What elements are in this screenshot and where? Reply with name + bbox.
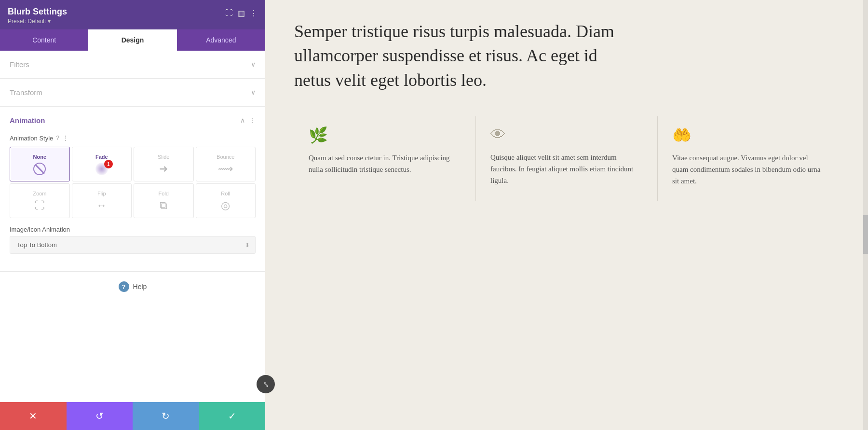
anim-slide-icon: ➜ <box>159 163 168 175</box>
animation-title: Animation <box>10 116 45 125</box>
tab-design[interactable]: Design <box>88 29 176 51</box>
redo-button[interactable]: ↻ <box>133 402 199 430</box>
anim-roll-label: Roll <box>221 191 230 196</box>
anim-flip-icon: ↔ <box>96 199 107 212</box>
panel-title-group: Blurb Settings Preset: Default ▾ <box>8 7 67 25</box>
floating-action-button[interactable]: ⤡ <box>257 375 275 393</box>
anim-zoom-label: Zoom <box>33 191 46 196</box>
anim-zoom-icon: ⛶ <box>34 199 45 212</box>
card-3: 🤲 Vitae consequat augue. Vivamus eget do… <box>658 116 839 201</box>
animation-content: Animation Style ? ⋮ None Fade <box>10 134 256 271</box>
filters-chevron: ∨ <box>251 60 256 69</box>
filters-title: Filters <box>10 60 29 69</box>
icon-animation-select[interactable]: None Top To Bottom Bottom To Top Left To… <box>10 236 256 254</box>
filters-header[interactable]: Filters ∨ <box>10 51 256 78</box>
anim-fade-badge: 1 <box>104 160 113 168</box>
anim-style-zoom[interactable]: Zoom ⛶ <box>10 183 70 218</box>
anim-flip-label: Flip <box>97 191 106 196</box>
card-3-text: Vitae consequat augue. Vivamus eget dolo… <box>672 152 825 187</box>
card-2-text: Quisque aliquet velit sit amet sem inter… <box>490 152 643 186</box>
animation-collapse-icon[interactable]: ∧ <box>240 116 245 125</box>
save-button[interactable]: ✓ <box>199 402 266 430</box>
hero-text: Semper tristique risus turpis malesuada.… <box>294 19 622 92</box>
anim-fade-label: Fade <box>95 154 108 160</box>
panel-preset[interactable]: Preset: Default ▾ <box>8 18 67 25</box>
tabs: Content Design Advanced <box>0 29 265 51</box>
anim-bounce-label: Bounce <box>217 154 234 160</box>
transform-title: Transform <box>10 88 42 97</box>
cards-row: 🌿 Quam at sed conse ctetur in. Tristique… <box>294 116 839 201</box>
anim-style-flip[interactable]: Flip ↔ <box>72 183 132 218</box>
content-area: Semper tristique risus turpis malesuada.… <box>265 0 868 430</box>
panel-title: Blurb Settings <box>8 7 67 17</box>
anim-style-bounce[interactable]: Bounce ⟿ <box>196 147 256 181</box>
right-scrollbar[interactable] <box>863 0 868 430</box>
icon-animation-label: Image/Icon Animation <box>10 226 256 233</box>
card-2: 👁 Quisque aliquet velit sit amet sem int… <box>476 116 658 201</box>
icon-animation-select-wrapper: None Top To Bottom Bottom To Top Left To… <box>10 236 256 254</box>
settings-panel: Blurb Settings Preset: Default ▾ ⛶ ▥ ⋮ C… <box>0 0 265 430</box>
anim-style-slide[interactable]: Slide ➜ <box>134 147 194 181</box>
animation-header-icons: ∧ ⋮ <box>240 116 256 125</box>
anim-style-none[interactable]: None <box>10 147 70 181</box>
anim-slide-label: Slide <box>158 154 169 160</box>
header-icons: ⛶ ▥ ⋮ <box>225 9 258 18</box>
animation-more-icon[interactable]: ⋮ <box>249 116 256 125</box>
animation-style-label: Animation Style <box>10 135 53 142</box>
fullscreen-icon[interactable]: ⛶ <box>225 9 233 18</box>
anim-roll-icon: ◎ <box>221 199 230 212</box>
animation-style-row: Animation Style ? ⋮ <box>10 134 256 142</box>
animation-header[interactable]: Animation ∧ ⋮ <box>10 107 256 134</box>
animation-help-icon[interactable]: ? <box>56 135 59 141</box>
panel-footer: ✕ ↺ ↻ ✓ <box>0 402 265 430</box>
tab-advanced[interactable]: Advanced <box>177 29 265 51</box>
card-1: 🌿 Quam at sed conse ctetur in. Tristique… <box>294 116 476 201</box>
help-row: ? Help <box>0 272 265 302</box>
help-label[interactable]: Help <box>133 283 147 291</box>
tab-content[interactable]: Content <box>0 29 88 51</box>
transform-header[interactable]: Transform ∨ <box>10 79 256 106</box>
anim-none-icon <box>33 163 46 175</box>
card-2-icon: 👁 <box>490 126 643 144</box>
anim-fade-icon: 1 <box>95 163 108 175</box>
scrollbar-thumb[interactable] <box>863 215 868 254</box>
transform-chevron: ∨ <box>251 88 256 97</box>
anim-fold-icon: ⧉ <box>160 199 167 212</box>
help-icon[interactable]: ? <box>119 281 129 292</box>
icon-animation-row: Image/Icon Animation None Top To Bottom … <box>10 226 256 254</box>
card-1-text: Quam at sed conse ctetur in. Tristique a… <box>309 152 461 175</box>
animation-style-more-icon[interactable]: ⋮ <box>62 134 69 142</box>
layout-icon[interactable]: ▥ <box>238 9 245 18</box>
card-3-icon: 🤲 <box>672 126 825 144</box>
cancel-button[interactable]: ✕ <box>0 402 67 430</box>
anim-bounce-icon: ⟿ <box>218 163 233 175</box>
card-1-icon: 🌿 <box>309 126 461 144</box>
filters-section: Filters ∨ <box>0 51 265 79</box>
anim-style-roll[interactable]: Roll ◎ <box>196 183 256 218</box>
panel-body: Filters ∨ Transform ∨ Animation ∧ ⋮ <box>0 51 265 402</box>
anim-style-fade[interactable]: Fade 1 <box>72 147 132 181</box>
panel-header: Blurb Settings Preset: Default ▾ ⛶ ▥ ⋮ <box>0 0 265 29</box>
anim-style-fold[interactable]: Fold ⧉ <box>134 183 194 218</box>
reset-button[interactable]: ↺ <box>67 402 133 430</box>
transform-section: Transform ∨ <box>0 79 265 107</box>
anim-none-label: None <box>33 154 47 160</box>
animation-section: Animation ∧ ⋮ Animation Style ? ⋮ No <box>0 107 265 272</box>
more-icon[interactable]: ⋮ <box>250 9 258 18</box>
anim-fold-label: Fold <box>159 191 169 196</box>
animation-grid: None Fade 1 Sl <box>10 147 256 218</box>
